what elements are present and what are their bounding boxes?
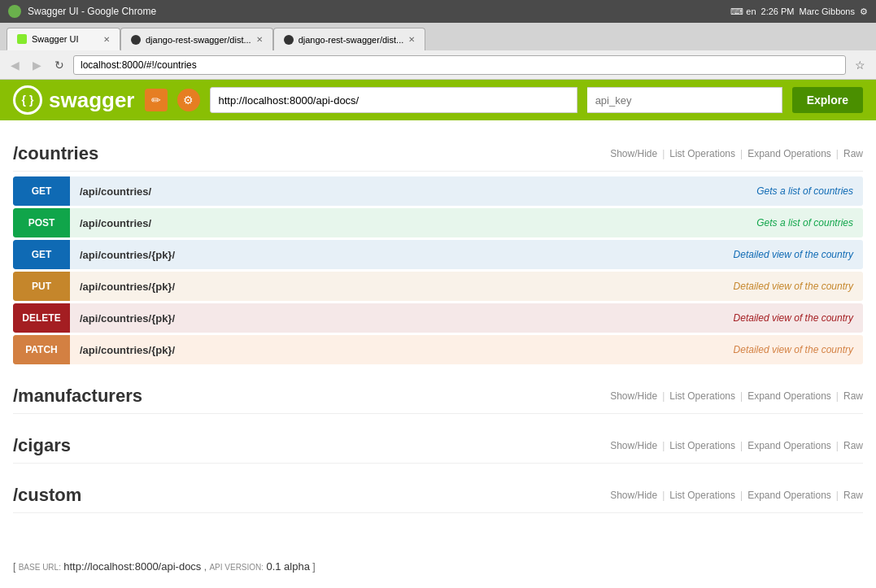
method-badge-get: GET — [13, 176, 70, 206]
section-countries-header: /countries Show/Hide | List Operations |… — [13, 137, 863, 172]
base-url-value: http://localhost:8000/api-docs — [63, 560, 201, 573]
swagger-favicon — [17, 34, 27, 44]
tab-swagger-label: Swagger UI — [32, 34, 78, 44]
custom-expand-ops[interactable]: Expand Operations — [747, 490, 831, 501]
operation-path: /api/countries/{pk}/ — [70, 312, 724, 324]
section-countries-title[interactable]: /countries — [13, 143, 610, 164]
section-manufacturers: /manufacturers Show/Hide | List Operatio… — [13, 379, 863, 414]
tab-github1[interactable]: django-rest-swagger/dist... ✕ — [120, 28, 273, 50]
time-display: 2:26 PM — [761, 7, 795, 16]
browser-title: Swagger UI - Google Chrome — [28, 6, 156, 17]
operation-patch-country[interactable]: PATCH /api/countries/{pk}/ Detailed view… — [13, 335, 863, 364]
cigars-expand-ops[interactable]: Expand Operations — [747, 440, 831, 451]
operation-get-countries-list[interactable]: GET /api/countries/ Gets a list of count… — [13, 176, 863, 206]
forward-button[interactable]: ▶ — [28, 57, 46, 73]
manufacturers-expand-ops[interactable]: Expand Operations — [747, 390, 831, 402]
section-custom-actions: Show/Hide | List Operations | Expand Ope… — [610, 490, 863, 501]
section-custom-header: /custom Show/Hide | List Operations | Ex… — [13, 478, 863, 513]
swagger-logo: { } swagger — [13, 85, 135, 115]
sep6: | — [836, 390, 839, 402]
browser-navbar: ◀ ▶ ↻ ☆ — [0, 50, 876, 80]
section-countries: /countries Show/Hide | List Operations |… — [13, 137, 863, 364]
github1-favicon — [131, 35, 141, 45]
cigars-raw[interactable]: Raw — [843, 440, 863, 451]
browser-titlebar: Swagger UI - Google Chrome ⌨ en 2:26 PM … — [0, 0, 876, 23]
sep5: | — [740, 390, 743, 402]
countries-expand-ops[interactable]: Expand Operations — [747, 148, 831, 159]
cigars-list-ops[interactable]: List Operations — [669, 440, 735, 451]
gear-icon: ⚙ — [177, 89, 200, 111]
settings-icon: ⚙ — [860, 7, 868, 17]
section-cigars-title[interactable]: /cigars — [13, 435, 610, 456]
sep3: | — [836, 148, 839, 159]
api-version-label: API VERSION: — [209, 563, 264, 572]
main-content: /countries Show/Hide | List Operations |… — [0, 120, 876, 544]
cigars-show-hide[interactable]: Show/Hide — [610, 440, 657, 451]
countries-show-hide[interactable]: Show/Hide — [610, 148, 657, 159]
tab-github2[interactable]: django-rest-swagger/dist... ✕ — [273, 28, 426, 50]
section-custom: /custom Show/Hide | List Operations | Ex… — [13, 478, 863, 513]
operation-desc: Detailed view of the country — [724, 312, 863, 324]
browser-tabs: Swagger UI ✕ django-rest-swagger/dist...… — [0, 23, 876, 50]
swagger-logo-symbol: { } — [22, 94, 34, 107]
section-cigars: /cigars Show/Hide | List Operations | Ex… — [13, 429, 863, 464]
section-manufacturers-actions: Show/Hide | List Operations | Expand Ope… — [610, 390, 863, 402]
chrome-icon — [8, 5, 21, 18]
section-countries-actions: Show/Hide | List Operations | Expand Ope… — [610, 148, 863, 159]
operation-path: /api/countries/{pk}/ — [70, 344, 724, 356]
manufacturers-list-ops[interactable]: List Operations — [669, 390, 735, 402]
tab-swagger[interactable]: Swagger UI ✕ — [7, 28, 120, 50]
countries-raw[interactable]: Raw — [843, 148, 863, 159]
footer-bracket-close: ] — [312, 561, 315, 573]
manufacturers-show-hide[interactable]: Show/Hide — [610, 390, 657, 402]
method-badge-put: PUT — [13, 272, 70, 301]
operation-delete-country[interactable]: DELETE /api/countries/{pk}/ Detailed vie… — [13, 303, 863, 333]
countries-list-ops[interactable]: List Operations — [669, 148, 735, 159]
back-button[interactable]: ◀ — [7, 57, 24, 73]
operation-desc: Detailed view of the country — [724, 249, 863, 260]
operation-desc: Gets a list of countries — [747, 217, 863, 229]
sep12: | — [836, 490, 839, 501]
pencil-icon: ✏ — [145, 89, 168, 111]
swagger-apikey-input[interactable] — [587, 87, 782, 113]
method-badge-post: POST — [13, 208, 70, 237]
operation-get-country-detail[interactable]: GET /api/countries/{pk}/ Detailed view o… — [13, 240, 863, 269]
api-version-value: 0.1 alpha — [266, 560, 310, 573]
manufacturers-raw[interactable]: Raw — [843, 390, 863, 402]
method-badge-get2: GET — [13, 240, 70, 269]
github2-favicon — [284, 35, 294, 45]
reload-button[interactable]: ↻ — [50, 57, 68, 73]
titlebar-right: ⌨ en 2:26 PM Marc Gibbons ⚙ — [730, 7, 868, 17]
sep2: | — [740, 148, 743, 159]
section-manufacturers-title[interactable]: /manufacturers — [13, 385, 610, 407]
sep8: | — [740, 440, 743, 451]
tab-github1-close[interactable]: ✕ — [256, 35, 263, 44]
operation-path: /api/countries/{pk}/ — [70, 281, 724, 293]
swagger-url-input[interactable] — [210, 87, 577, 113]
tab-swagger-close[interactable]: ✕ — [103, 35, 110, 44]
operation-post-countries[interactable]: POST /api/countries/ Gets a list of coun… — [13, 208, 863, 237]
method-badge-delete: DELETE — [13, 303, 70, 333]
bookmark-button[interactable]: ☆ — [851, 57, 869, 73]
custom-raw[interactable]: Raw — [843, 490, 863, 501]
method-badge-patch: PATCH — [13, 335, 70, 364]
base-url-label: BASE URL: — [19, 563, 61, 572]
tab-github1-label: django-rest-swagger/dist... — [146, 35, 251, 45]
titlebar-left: Swagger UI - Google Chrome — [8, 5, 730, 18]
sep4: | — [662, 390, 665, 402]
section-cigars-actions: Show/Hide | List Operations | Expand Ope… — [610, 440, 863, 451]
footer-bracket-open: [ — [13, 561, 19, 573]
section-manufacturers-header: /manufacturers Show/Hide | List Operatio… — [13, 379, 863, 414]
operation-put-country[interactable]: PUT /api/countries/{pk}/ Detailed view o… — [13, 272, 863, 301]
address-bar[interactable] — [73, 55, 846, 75]
explore-button[interactable]: Explore — [792, 87, 863, 113]
swagger-footer: [ BASE URL: http://localhost:8000/api-do… — [0, 544, 876, 581]
operation-desc: Detailed view of the country — [724, 281, 863, 292]
operation-path: /api/countries/ — [70, 217, 747, 229]
section-custom-title[interactable]: /custom — [13, 485, 610, 506]
custom-show-hide[interactable]: Show/Hide — [610, 490, 657, 501]
custom-list-ops[interactable]: List Operations — [669, 490, 735, 501]
sep7: | — [662, 440, 665, 451]
tab-github2-close[interactable]: ✕ — [408, 35, 415, 44]
keyboard-indicator: ⌨ en — [730, 7, 756, 17]
